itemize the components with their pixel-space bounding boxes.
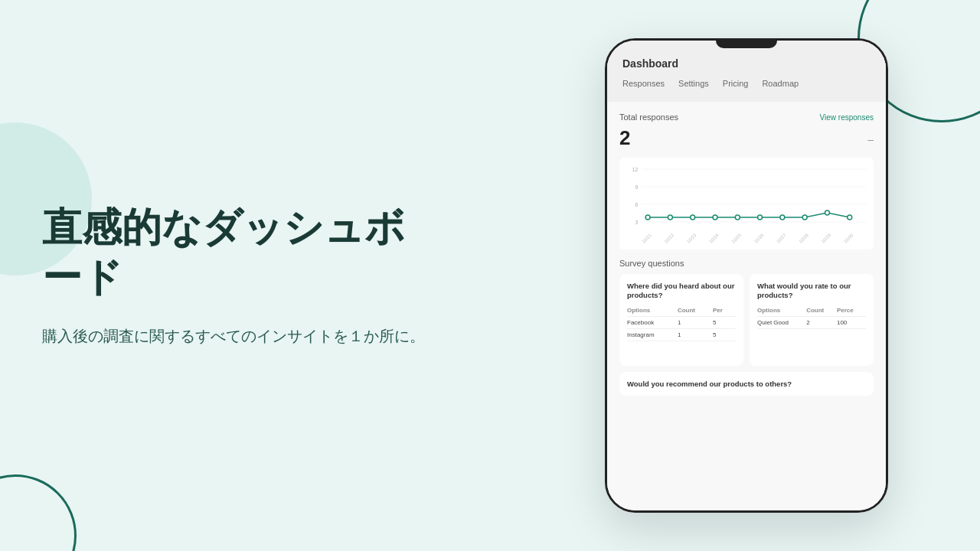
card2-table: Options Count Perce Quiet Good 2 — [757, 307, 866, 329]
svg-text:10/25: 10/25 — [731, 233, 743, 244]
tab-settings[interactable]: Settings — [678, 79, 709, 91]
survey-card-2: What would you rate to our products? Opt… — [750, 274, 874, 366]
svg-point-9 — [668, 215, 672, 220]
tab-responses[interactable]: Responses — [622, 79, 665, 91]
col-count-2: Count — [806, 307, 837, 317]
card2-title: What would you rate to our products? — [757, 282, 866, 301]
sub-text: 購入後の調査に関するすべてのインサイトを１か所に。 — [42, 324, 440, 348]
col-perce-2: Perce — [837, 307, 866, 317]
view-responses-link[interactable]: View responses — [820, 113, 874, 122]
card1-title: Where did you heard about our products? — [627, 282, 736, 301]
survey-section: Survey questions Where did you heard abo… — [619, 259, 874, 366]
svg-point-12 — [735, 215, 740, 220]
phone-container: Dashboard Responses Settings Pricing Roa… — [605, 38, 888, 513]
row1-count: 1 — [678, 316, 713, 328]
svg-point-17 — [848, 215, 852, 220]
col-options-1: Options — [627, 307, 678, 317]
survey-cards: Where did you heard about our products? … — [619, 274, 874, 366]
bottom-card-title: Would you recommend our products to othe… — [627, 380, 866, 388]
svg-text:10/29: 10/29 — [821, 233, 832, 244]
tab-pricing[interactable]: Pricing — [723, 79, 749, 91]
col-options-2: Options — [757, 307, 806, 317]
chart-svg: 12 9 6 3 — [619, 158, 874, 249]
svg-text:12: 12 — [632, 167, 639, 172]
total-count-value: 2 — [619, 126, 630, 150]
phone-screen: Dashboard Responses Settings Pricing Roa… — [607, 41, 886, 510]
phone-notch — [716, 41, 777, 48]
row2-option: Instagram — [627, 328, 678, 341]
tab-roadmap[interactable]: Roadmap — [762, 79, 799, 91]
bottom-card: Would you recommend our products to othe… — [619, 372, 874, 396]
svg-point-8 — [645, 215, 650, 220]
table-row: Facebook 1 5 — [627, 316, 736, 328]
chart-area: 12 9 6 3 — [619, 158, 874, 249]
svg-text:10/24: 10/24 — [708, 233, 720, 244]
svg-text:10/27: 10/27 — [776, 233, 787, 244]
row1-option-c2: Quiet Good — [757, 316, 806, 328]
total-responses-header: Total responses View responses — [619, 112, 874, 122]
col-per-1: Per — [713, 307, 736, 317]
phone-frame: Dashboard Responses Settings Pricing Roa… — [605, 38, 888, 513]
svg-text:10/23: 10/23 — [686, 233, 697, 244]
row1-percent-c2: 100 — [837, 316, 866, 328]
row2-count: 1 — [678, 328, 713, 341]
total-responses-label: Total responses — [619, 112, 678, 122]
table-row: Instagram 1 5 — [627, 328, 736, 341]
row1-option: Facebook — [627, 316, 678, 328]
bg-circle-bottom-left — [0, 474, 77, 551]
row1-count-c2: 2 — [806, 316, 837, 328]
svg-text:10/22: 10/22 — [664, 233, 675, 244]
row2-percent: 5 — [713, 328, 736, 341]
nav-tabs: Responses Settings Pricing Roadmap — [622, 79, 871, 94]
survey-questions-title: Survey questions — [619, 259, 874, 268]
svg-text:10/21: 10/21 — [641, 233, 652, 244]
svg-text:9: 9 — [635, 184, 639, 190]
table-row: Quiet Good 2 100 — [757, 316, 866, 328]
dashboard-title: Dashboard — [622, 57, 871, 70]
svg-point-14 — [780, 215, 785, 220]
svg-point-11 — [713, 215, 717, 220]
svg-point-10 — [691, 215, 695, 220]
total-dash: – — [867, 133, 874, 145]
svg-point-15 — [802, 215, 807, 220]
card1-table: Options Count Per Facebook 1 — [627, 307, 736, 341]
svg-point-16 — [825, 210, 830, 215]
dashboard-content: Total responses View responses 2 – — [607, 102, 886, 406]
dashboard-header: Dashboard Responses Settings Pricing Roa… — [607, 41, 886, 102]
svg-text:6: 6 — [635, 202, 639, 207]
survey-card-1: Where did you heard about our products? … — [619, 274, 743, 366]
svg-point-13 — [758, 215, 763, 220]
row1-percent: 5 — [713, 316, 736, 328]
svg-text:10/30: 10/30 — [843, 233, 854, 244]
col-count-1: Count — [678, 307, 713, 317]
svg-text:10/28: 10/28 — [799, 233, 810, 244]
left-content: 直感的なダッシュボード 購入後の調査に関するすべてのインサイトを１か所に。 — [42, 203, 440, 348]
main-heading: 直感的なダッシュボード — [42, 203, 440, 302]
svg-text:10/26: 10/26 — [753, 233, 765, 244]
svg-text:3: 3 — [635, 220, 639, 225]
